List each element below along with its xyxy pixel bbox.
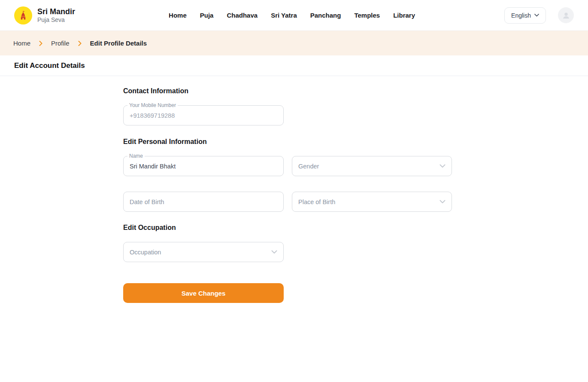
- name-input[interactable]: [124, 156, 283, 176]
- place-of-birth-select[interactable]: Place of Birth: [292, 192, 452, 212]
- brand-title: Sri Mandir: [37, 7, 75, 16]
- dob-input[interactable]: [124, 192, 283, 211]
- language-selector[interactable]: English: [504, 7, 546, 24]
- nav-item-library[interactable]: Library: [393, 12, 415, 19]
- name-field: Name: [123, 156, 284, 176]
- breadcrumb-home[interactable]: Home: [13, 40, 30, 47]
- chevron-down-icon: [439, 200, 446, 204]
- page-title-bar: Edit Account Details: [0, 55, 588, 76]
- nav-item-temples[interactable]: Temples: [354, 12, 380, 19]
- brand-subtitle: Puja Seva: [37, 16, 75, 23]
- header-right: English: [504, 7, 574, 24]
- gender-select[interactable]: Gender: [292, 156, 452, 176]
- save-changes-button[interactable]: Save Changes: [123, 283, 284, 303]
- occupation-placeholder: Occupation: [130, 249, 161, 256]
- contact-info-heading: Contact Information: [123, 87, 588, 95]
- chevron-right-icon: [78, 41, 82, 46]
- nav-item-chadhava[interactable]: Chadhava: [227, 12, 258, 19]
- profile-avatar[interactable]: [558, 7, 574, 23]
- occupation-heading: Edit Occupation: [123, 224, 588, 232]
- breadcrumb: Home Profile Edit Profile Details: [0, 31, 588, 55]
- mobile-number-field: Your Mobile Number: [123, 105, 284, 125]
- dob-field: [123, 192, 284, 212]
- nav-item-puja[interactable]: Puja: [200, 12, 214, 19]
- top-header: Sri Mandir Puja Seva Home Puja Chadhava …: [0, 0, 588, 31]
- breadcrumb-profile[interactable]: Profile: [51, 40, 70, 47]
- brand-logo[interactable]: Sri Mandir Puja Seva: [14, 6, 75, 24]
- gender-placeholder: Gender: [298, 163, 319, 170]
- nav-item-panchang[interactable]: Panchang: [310, 12, 341, 19]
- breadcrumb-current: Edit Profile Details: [90, 40, 147, 47]
- occupation-select[interactable]: Occupation: [123, 242, 284, 262]
- language-label: English: [511, 12, 531, 19]
- nav-item-home[interactable]: Home: [169, 12, 187, 19]
- page-title: Edit Account Details: [14, 61, 85, 70]
- chevron-down-icon: [534, 14, 539, 17]
- chevron-down-icon: [439, 164, 446, 168]
- place-of-birth-placeholder: Place of Birth: [298, 199, 335, 205]
- edit-account-form: Contact Information Your Mobile Number E…: [0, 76, 588, 303]
- personal-info-heading: Edit Personal Information: [123, 138, 588, 146]
- temple-logo-icon: [14, 6, 32, 24]
- chevron-down-icon: [271, 250, 277, 254]
- mobile-number-input[interactable]: [124, 106, 283, 125]
- brand-text: Sri Mandir Puja Seva: [37, 7, 75, 23]
- chevron-right-icon: [39, 41, 42, 46]
- main-nav: Home Puja Chadhava Sri Yatra Panchang Te…: [131, 12, 453, 19]
- nav-item-sri-yatra[interactable]: Sri Yatra: [271, 12, 297, 19]
